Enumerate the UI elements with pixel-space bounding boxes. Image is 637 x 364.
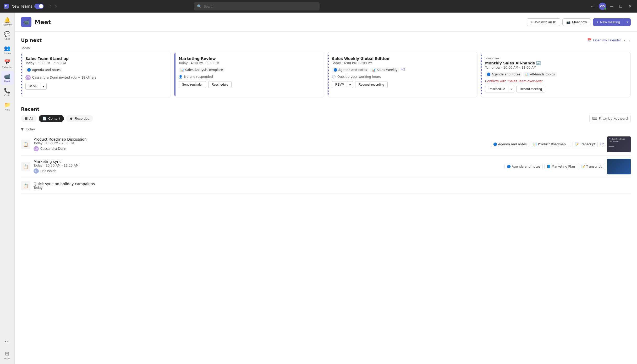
meeting-thumbnail: ⚙ [607, 159, 631, 174]
tab-content[interactable]: 📄 Content [39, 115, 64, 122]
sidebar-item-more[interactable]: ··· [1, 335, 14, 348]
sidebar-item-label: Activity [3, 24, 12, 26]
clock-icon: 🕐 [332, 75, 336, 79]
page-title: Meet [35, 19, 51, 25]
meeting-title: Monthly Sales All-hands 🔄 [485, 61, 626, 65]
marketing-plan-list-tag[interactable]: 📘 Marketing Plan [544, 164, 577, 169]
rsvp-dropdown-button[interactable]: ▾ [347, 81, 353, 88]
avatar: CD [34, 146, 39, 151]
search-icon: 🔍 [197, 4, 201, 8]
sidebar-item-label: Chat [4, 38, 10, 40]
maximize-button[interactable]: □ [617, 3, 624, 10]
rsvp-dropdown-button[interactable]: ▾ [41, 83, 47, 90]
agenda-notes-tag: 🔵 Agenda and notes [332, 68, 369, 72]
person-row: CD Cassandra Dunn [34, 146, 488, 151]
apps-icon: ⊞ [5, 350, 9, 357]
teams-logo-icon: T [3, 3, 9, 9]
calendar-list-icon: 📋 [23, 183, 28, 188]
calendar-icon: 📅 [4, 59, 10, 65]
sidebar-item-apps[interactable]: ⊞ Apps [1, 348, 14, 362]
up-next-section: Up next 📅 Open my calendar ‹ › Today [15, 32, 637, 102]
meet-now-button[interactable]: 📷 Meet now [562, 18, 591, 26]
video-camera-icon: 📹 [23, 19, 30, 25]
rsvp-button[interactable]: RSVP [332, 81, 347, 88]
meet-header-actions: # Join with an ID 📷 Meet now + New meeti… [527, 18, 631, 26]
list-tags: 🔵 Agenda and notes 📘 Marketing Plan 📝 Tr… [504, 164, 604, 169]
meet-icon-box: 📹 [21, 17, 31, 27]
meeting-title: Sales Weekly Global Edition [332, 57, 473, 61]
sidebar-item-calls[interactable]: 📞 Calls [1, 85, 14, 99]
cal-prev-button[interactable]: ‹ [623, 37, 627, 43]
tab-all[interactable]: ☰ All [21, 115, 37, 122]
agenda-notes-list-tag[interactable]: 🔵 Agenda and notes [504, 164, 543, 169]
person-name: Cassandra Dunn [40, 147, 66, 151]
content-icon: 📄 [42, 117, 47, 120]
reschedule-dropdown-button[interactable]: ▾ [508, 86, 514, 92]
list-meeting-time: Today · 10:30 AM - 11:15 AM [34, 164, 501, 167]
chevron-down-icon: ▼ [21, 127, 24, 131]
avatar: EI [34, 168, 39, 174]
new-teams-toggle[interactable] [34, 4, 44, 9]
list-meeting-name: Product Roadmap Discussion [34, 137, 488, 141]
rsvp-button[interactable]: RSVP [25, 83, 41, 90]
list-item[interactable]: 📋 Marketing sync Today · 10:30 AM - 11:1… [21, 156, 631, 178]
card-actions: RSVP ▾ Request recording [332, 81, 473, 88]
new-meeting-button[interactable]: + New meeting [593, 18, 624, 26]
reschedule-button[interactable]: Reschedule [208, 81, 232, 88]
plus-icon: + [597, 20, 599, 24]
filter-icon: ⌨ [592, 117, 597, 120]
transcript-list-tag[interactable]: 📝 Transcript [573, 142, 598, 147]
meeting-thumbnail: Product Roadmap Discussion──────────────… [607, 136, 631, 152]
agenda-notes-list-tag[interactable]: 🔵 Agenda and notes [491, 142, 529, 147]
reschedule-button[interactable]: Reschedule [485, 86, 508, 92]
content-area: 📹 Meet # Join with an ID 📷 Meet now + [15, 13, 637, 364]
list-item[interactable]: 📋 Quick sync on holiday campaigns Today [21, 178, 631, 194]
new-meeting-dropdown-button[interactable]: ▾ [624, 18, 631, 26]
day-label[interactable]: ▼ Today [21, 125, 631, 133]
request-recording-button[interactable]: Request recording [355, 81, 388, 88]
loop-tag-icon: 🔵 [507, 165, 511, 168]
avatar: CD [25, 75, 31, 80]
meeting-info: Product Roadmap Discussion Today · 1:30 … [34, 137, 488, 151]
tab-recorded[interactable]: ⏺ Recorded [66, 115, 93, 122]
sidebar-item-calendar[interactable]: 📅 Calendar [1, 57, 14, 71]
powerpoint-icon: 📊 [525, 73, 529, 76]
join-with-id-button[interactable]: # Join with an ID [527, 18, 561, 26]
cal-next-button[interactable]: › [627, 37, 631, 43]
rsvp-button-group: RSVP ▾ [332, 81, 353, 88]
back-button[interactable]: ‹ [48, 3, 52, 10]
forward-button[interactable]: › [54, 3, 58, 10]
online-status-indicator [604, 8, 606, 10]
open-calendar-button[interactable]: 📅 Open my calendar [587, 38, 621, 42]
meeting-info: Quick sync on holiday campaigns Today [34, 182, 631, 190]
list-item[interactable]: 📋 Product Roadmap Discussion Today · 1:3… [21, 133, 631, 156]
meeting-time: Today · 6:00 PM - 7:00 PM [332, 61, 473, 65]
avatar[interactable]: CD [599, 3, 606, 10]
send-reminder-button[interactable]: Send reminder [179, 81, 206, 88]
meeting-title: Marketing Review [179, 57, 320, 61]
close-button[interactable]: ✕ [626, 3, 634, 10]
search-input[interactable] [204, 4, 316, 8]
meet-icon: 📹 [4, 73, 10, 80]
sales-analysis-tag: 📊 Sales Analysis Template [179, 68, 224, 72]
minimize-button[interactable]: ─ [608, 3, 615, 10]
transcript-list-tag[interactable]: 📝 Transcript [579, 164, 604, 169]
today-section-label: Today [21, 46, 631, 50]
meeting-tags: 📊 Sales Analysis Template [179, 68, 320, 72]
agenda-notes-tag: 🔵 Agenda and notes [25, 68, 62, 72]
meeting-list-icon: 📋 [21, 181, 30, 190]
meeting-card-sales-standup: Sales Team Stand-up Today · 3:00 PM - 3:… [21, 52, 171, 97]
more-options-button[interactable]: ··· [589, 3, 597, 10]
chat-icon: 💬 [4, 31, 10, 37]
video-icon: 📷 [566, 20, 570, 24]
activity-icon: 🔔 [4, 17, 10, 23]
record-meeting-button[interactable]: Record meeting [516, 86, 545, 92]
sidebar-item-chat[interactable]: 💬 Chat [1, 29, 14, 42]
filter-input-container[interactable]: ⌨ Filter by keyword [589, 115, 631, 122]
sidebar-item-teams[interactable]: 👥 Teams [1, 43, 14, 57]
loop-icon: 🔵 [27, 68, 31, 72]
sidebar-item-activity[interactable]: 🔔 Activity [1, 15, 14, 28]
sidebar-item-files[interactable]: 📁 Files [1, 100, 14, 113]
product-roadmap-list-tag[interactable]: 📊 Product Roadmap... [531, 142, 571, 147]
sidebar-item-meet[interactable]: 📹 Meet [1, 71, 14, 85]
